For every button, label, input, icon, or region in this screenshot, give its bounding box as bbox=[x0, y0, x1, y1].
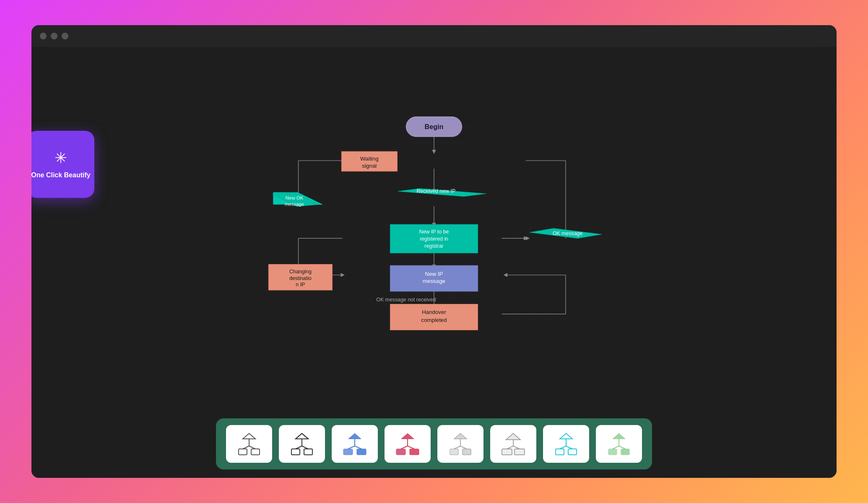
dot-maximize[interactable] bbox=[62, 33, 68, 39]
svg-marker-96 bbox=[613, 433, 625, 439]
svg-text:New IP: New IP bbox=[425, 271, 443, 277]
svg-line-70 bbox=[348, 446, 355, 449]
svg-rect-74 bbox=[410, 449, 419, 455]
svg-line-57 bbox=[243, 446, 249, 449]
svg-text:New IP to be: New IP to be bbox=[419, 229, 449, 235]
svg-text:Received new IP: Received new IP bbox=[416, 188, 455, 194]
titlebar bbox=[31, 25, 837, 47]
svg-line-64 bbox=[302, 446, 308, 449]
svg-line-77 bbox=[408, 446, 414, 449]
svg-text:destinatio: destinatio bbox=[289, 275, 312, 281]
toolbar-item-7[interactable] bbox=[543, 425, 589, 463]
svg-rect-86 bbox=[515, 449, 525, 455]
ocb-badge[interactable]: ✳ One Click Beautify bbox=[31, 131, 94, 198]
toolbar-item-3[interactable] bbox=[332, 425, 378, 463]
toolbar-item-2[interactable] bbox=[279, 425, 325, 463]
toolbar-item-8[interactable] bbox=[596, 425, 642, 463]
svg-text:Handover: Handover bbox=[422, 309, 446, 315]
svg-rect-55 bbox=[251, 449, 260, 455]
svg-rect-91 bbox=[556, 449, 564, 455]
ok-not-received-label: OK message not received bbox=[376, 297, 436, 303]
svg-line-95 bbox=[566, 446, 572, 449]
svg-text:registrar: registrar bbox=[424, 243, 443, 249]
svg-line-100 bbox=[613, 446, 619, 449]
svg-rect-97 bbox=[608, 449, 617, 455]
ocb-label: One Click Beautify bbox=[31, 171, 91, 180]
diagram-icon-7 bbox=[551, 431, 581, 456]
svg-line-83 bbox=[460, 446, 467, 449]
svg-text:registered in: registered in bbox=[420, 236, 448, 242]
diagram-icon-6 bbox=[499, 431, 528, 456]
ocb-icon: ✳ bbox=[55, 149, 67, 167]
flowchart-diagram: Begin Waiting signal New OK message Rece… bbox=[31, 47, 837, 374]
dot-close[interactable] bbox=[40, 33, 47, 39]
svg-marker-53 bbox=[243, 433, 255, 439]
svg-marker-90 bbox=[560, 433, 572, 439]
svg-text:New OK: New OK bbox=[286, 195, 304, 200]
svg-line-94 bbox=[560, 446, 566, 449]
svg-rect-92 bbox=[568, 449, 577, 455]
svg-text:completed: completed bbox=[421, 317, 447, 323]
svg-rect-68 bbox=[357, 449, 366, 455]
svg-rect-80 bbox=[463, 449, 471, 455]
svg-text:OK message: OK message bbox=[553, 231, 583, 236]
canvas-area: ✳ One Click Beautify bbox=[31, 47, 837, 478]
svg-marker-65 bbox=[296, 433, 308, 439]
diagram-icon-2 bbox=[287, 431, 317, 456]
toolbar-item-1[interactable] bbox=[226, 425, 272, 463]
waiting-signal-text: Waiting bbox=[360, 156, 379, 162]
svg-line-58 bbox=[249, 446, 255, 449]
toolbar-item-5[interactable] bbox=[437, 425, 483, 463]
svg-text:message: message bbox=[423, 278, 445, 284]
svg-rect-79 bbox=[450, 449, 458, 455]
svg-line-101 bbox=[619, 446, 625, 449]
svg-rect-60 bbox=[291, 449, 300, 455]
svg-line-76 bbox=[401, 446, 408, 449]
svg-rect-73 bbox=[396, 449, 405, 455]
svg-marker-72 bbox=[401, 433, 414, 439]
svg-rect-61 bbox=[304, 449, 312, 455]
main-window: ✳ One Click Beautify bbox=[31, 25, 837, 478]
bottom-toolbar bbox=[216, 418, 652, 469]
svg-rect-54 bbox=[239, 449, 247, 455]
svg-marker-66 bbox=[348, 433, 361, 439]
svg-marker-84 bbox=[506, 433, 520, 440]
toolbar-item-6[interactable] bbox=[490, 425, 536, 463]
svg-line-82 bbox=[454, 446, 460, 449]
svg-text:Changing: Changing bbox=[289, 269, 312, 275]
diagram-icon-8 bbox=[604, 431, 634, 456]
svg-text:signal: signal bbox=[362, 163, 377, 169]
svg-line-88 bbox=[507, 446, 513, 449]
svg-line-63 bbox=[296, 446, 302, 449]
svg-marker-59 bbox=[296, 433, 308, 439]
svg-line-89 bbox=[513, 446, 520, 449]
svg-rect-98 bbox=[621, 449, 629, 455]
toolbar-item-4[interactable] bbox=[385, 425, 431, 463]
svg-rect-67 bbox=[343, 449, 353, 455]
diagram-icon-1 bbox=[234, 431, 264, 456]
diagram-icon-4 bbox=[393, 431, 422, 456]
svg-text:n IP: n IP bbox=[296, 282, 305, 288]
dot-minimize[interactable] bbox=[51, 33, 57, 39]
svg-line-71 bbox=[355, 446, 361, 449]
diagram-icon-3 bbox=[340, 431, 369, 456]
svg-text:message: message bbox=[285, 202, 304, 207]
svg-marker-78 bbox=[454, 433, 467, 439]
begin-node-text: Begin bbox=[425, 123, 444, 130]
svg-rect-85 bbox=[502, 449, 512, 455]
diagram-icon-5 bbox=[446, 431, 475, 456]
